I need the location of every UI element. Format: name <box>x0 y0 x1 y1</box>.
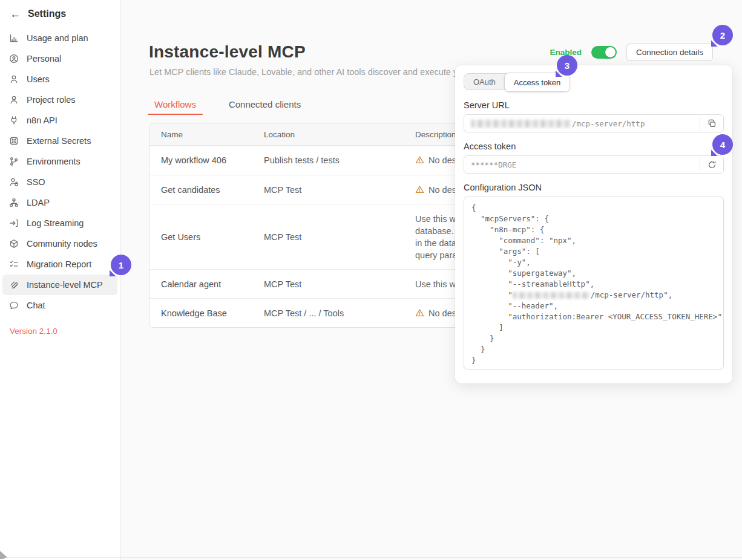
workflow-location: MCP Test <box>264 185 415 195</box>
configuration-json-label: Configuration JSON <box>464 183 724 192</box>
redacted-url-segment <box>471 120 571 128</box>
mcp-enabled-toggle[interactable] <box>591 46 617 59</box>
code-line: } <box>471 355 716 366</box>
code-line: "--header", <box>471 301 716 311</box>
user-lock-icon <box>9 177 19 187</box>
workflow-location: MCP Test / ... / Tools <box>264 308 415 318</box>
code-line: "command": "npx", <box>471 235 716 246</box>
workflow-location: MCP Test <box>264 232 415 242</box>
code-line: } <box>471 344 716 355</box>
code-line: "mcpServers": { <box>471 213 716 224</box>
sidebar-nav: Usage and planPersonalUsersProject roles… <box>0 25 120 318</box>
sidebar-item-log-streaming[interactable]: Log Streaming <box>2 213 117 233</box>
sidebar-item-label: SSO <box>27 177 45 187</box>
bottom-divider <box>0 557 742 558</box>
sidebar-item-community-nodes[interactable]: Community nodes <box>2 233 117 254</box>
git-branch-icon <box>9 157 19 166</box>
chart-bar-icon <box>9 33 19 43</box>
sidebar-item-label: Usage and plan <box>27 33 88 43</box>
main-tabs: WorkflowsConnected clients <box>149 97 306 115</box>
workflow-name: Knowledge Base <box>149 308 264 318</box>
log-stream-icon <box>9 218 19 228</box>
code-line: "-y", <box>471 257 716 268</box>
sidebar-item-usage-and-plan[interactable]: Usage and plan <box>2 28 117 48</box>
mcp-icon <box>9 280 19 290</box>
oauth-tab[interactable]: OAuth <box>464 74 505 90</box>
plug-icon <box>9 116 19 125</box>
sidebar-item-label: Instance-level MCP <box>27 280 103 290</box>
copy-icon <box>708 119 717 128</box>
sidebar-item-ldap[interactable]: LDAP <box>2 192 117 213</box>
code-line: } <box>471 333 716 344</box>
sidebar-item-label: Environments <box>27 157 80 166</box>
warning-icon <box>415 185 424 194</box>
sidebar-item-label: LDAP <box>27 198 50 207</box>
sidebar-item-users[interactable]: Users <box>2 69 117 90</box>
workflow-name: Get candidates <box>149 185 264 195</box>
code-line: ] <box>471 322 716 333</box>
workflow-location: Publish tests / tests <box>264 155 415 165</box>
settings-sidebar: ← Settings Usage and planPersonalUsersPr… <box>0 0 120 560</box>
access-token-field: ******DRGE <box>464 155 724 174</box>
toggle-knob <box>605 47 616 57</box>
sidebar-item-label: Community nodes <box>27 239 97 249</box>
code-line: "supergateway", <box>471 268 716 279</box>
server-url-value[interactable]: /mcp-server/http <box>464 115 700 132</box>
access-token-value[interactable]: ******DRGE <box>464 156 700 173</box>
annotation-badge-2: 2 <box>712 25 733 45</box>
refresh-token-button[interactable] <box>700 156 723 173</box>
sidebar-item-label: n8n API <box>27 116 57 125</box>
redacted-url-segment <box>513 292 590 299</box>
warning-icon <box>415 308 424 317</box>
warning-icon <box>415 155 424 164</box>
sidebar-item-sso[interactable]: SSO <box>2 172 117 192</box>
package-icon <box>9 239 19 249</box>
annotation-badge-3: 3 <box>557 55 577 76</box>
server-url-field: /mcp-server/http <box>464 114 724 132</box>
code-line: "/mcp-server/http", <box>471 290 716 301</box>
sidebar-item-label: Migration Report <box>27 259 91 269</box>
sidebar-item-personal[interactable]: Personal <box>2 48 117 69</box>
sidebar-header: ← Settings <box>0 0 120 25</box>
sidebar-item-migration-report[interactable]: Migration Report <box>2 254 117 275</box>
checklist-icon <box>9 259 19 269</box>
copy-server-url-button[interactable] <box>700 115 723 132</box>
tab-workflows[interactable]: Workflows <box>149 97 201 115</box>
refresh-icon <box>708 160 717 169</box>
sidebar-item-label: Personal <box>27 54 61 63</box>
connection-details-button[interactable]: Connection details <box>626 44 713 61</box>
sidebar-item-instance-level-mcp[interactable]: Instance-level MCP <box>2 275 117 295</box>
user-icon <box>9 74 19 84</box>
code-line: { <box>471 203 716 213</box>
sidebar-item-project-roles[interactable]: Project roles <box>2 90 117 110</box>
sidebar-item-label: Project roles <box>27 95 76 105</box>
annotation-badge-4: 4 <box>712 134 733 155</box>
workflow-location: MCP Test <box>264 279 415 289</box>
hierarchy-icon <box>9 198 19 207</box>
access-token-label: Access token <box>464 142 724 151</box>
annotation-badge-1: 1 <box>111 255 131 275</box>
sidebar-item-chat[interactable]: Chat <box>2 295 117 316</box>
sidebar-item-environments[interactable]: Environments <box>2 151 117 172</box>
sidebar-title: Settings <box>28 8 66 19</box>
workflow-name: Get Users <box>149 232 264 242</box>
code-line: "authorization:Bearer <YOUR_ACCESS_TOKEN… <box>471 311 716 322</box>
code-line: "n8n-mcp": { <box>471 224 716 235</box>
chat-icon <box>9 301 19 310</box>
sidebar-item-external-secrets[interactable]: External Secrets <box>2 131 117 151</box>
sidebar-item-label: External Secrets <box>27 136 91 146</box>
vault-icon <box>9 136 19 146</box>
column-header-location: Location <box>264 130 415 139</box>
sidebar-item-n8n-api[interactable]: n8n API <box>2 110 117 131</box>
column-header-name: Name <box>149 130 264 139</box>
auth-method-segmented-control: OAuthAccess token <box>464 73 570 90</box>
user-icon <box>9 95 19 105</box>
server-url-label: Server URL <box>464 100 724 110</box>
sidebar-item-label: Users <box>27 74 50 84</box>
back-arrow-icon[interactable]: ← <box>10 8 21 19</box>
tab-connected-clients[interactable]: Connected clients <box>224 97 306 115</box>
configuration-json-code[interactable]: { "mcpServers": { "n8n-mcp": { "command"… <box>464 197 724 370</box>
sidebar-item-label: Log Streaming <box>27 218 84 228</box>
page-title: Instance-level MCP <box>149 42 306 62</box>
workflow-name: Calendar agent <box>149 279 264 289</box>
